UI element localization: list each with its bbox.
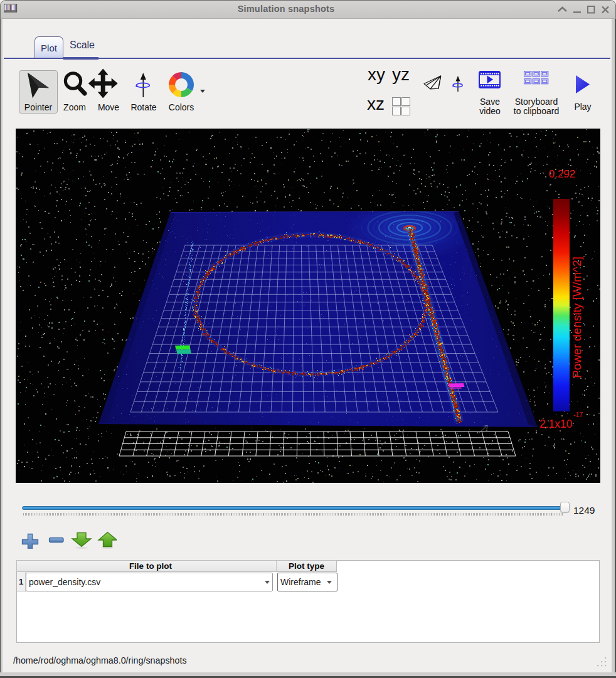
svg-text:2.1x10: 2.1x10 [539, 418, 573, 430]
svg-text:0.292: 0.292 [549, 168, 576, 180]
svg-text:-17: -17 [573, 411, 583, 418]
svg-text:Power density [W/m^2]: Power density [W/m^2] [570, 257, 583, 378]
